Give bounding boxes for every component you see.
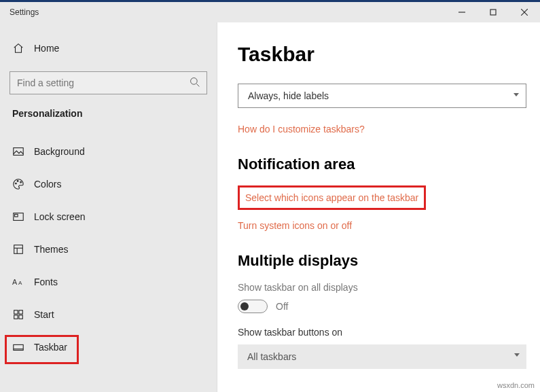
close-button[interactable]: [509, 2, 540, 22]
search-input[interactable]: [10, 71, 207, 94]
fonts-icon: AA: [12, 277, 29, 287]
svg-rect-6: [14, 148, 23, 156]
combine-dropdown[interactable]: Always, hide labels: [238, 84, 526, 108]
link-system-icons[interactable]: Turn system icons on or off: [238, 220, 352, 231]
dropdown-value: Always, hide labels: [248, 90, 329, 101]
buttons-dropdown[interactable]: All taskbars: [238, 344, 526, 369]
svg-rect-11: [15, 214, 18, 217]
notification-heading: Notification area: [238, 156, 526, 173]
sidebar-item-colors[interactable]: Colors: [0, 168, 217, 200]
svg-rect-20: [19, 315, 22, 319]
start-icon: [12, 308, 29, 321]
show-all-displays-toggle[interactable]: [238, 300, 268, 313]
toggle-state: Off: [276, 301, 288, 312]
home-button[interactable]: Home: [0, 32, 217, 65]
svg-point-8: [17, 181, 18, 182]
lockscreen-icon: [12, 211, 29, 223]
sidebar-item-lockscreen[interactable]: Lock screen: [0, 200, 217, 233]
multiple-displays-heading: Multiple displays: [238, 252, 526, 270]
content-pane: Taskbar Always, hide labels How do I cus…: [217, 22, 540, 392]
maximize-button[interactable]: [478, 2, 509, 22]
svg-rect-12: [14, 245, 23, 254]
taskbar-icon: [12, 341, 29, 353]
titlebar: Settings: [0, 2, 540, 22]
watermark: wsxdn.com: [497, 381, 535, 389]
svg-rect-19: [14, 315, 18, 319]
nav-label: Taskbar: [34, 342, 67, 353]
sidebar: Home Personalization Background Colors L…: [0, 22, 217, 392]
svg-line-5: [196, 84, 199, 86]
sidebar-item-taskbar[interactable]: Taskbar: [0, 331, 217, 363]
svg-rect-17: [14, 310, 18, 314]
nav-label: Background: [34, 146, 85, 157]
nav-label: Colors: [34, 179, 61, 190]
svg-rect-21: [14, 344, 23, 350]
search-icon: [190, 77, 200, 90]
palette-icon: [12, 178, 29, 190]
svg-point-7: [16, 183, 17, 184]
minimize-button[interactable]: [446, 2, 478, 22]
svg-point-9: [20, 181, 22, 183]
show-buttons-label: Show taskbar buttons on: [238, 327, 526, 338]
svg-rect-1: [490, 10, 496, 15]
nav-label: Fonts: [34, 277, 58, 287]
sidebar-item-themes[interactable]: Themes: [0, 233, 217, 266]
nav-label: Start: [34, 309, 54, 320]
sidebar-item-start[interactable]: Start: [0, 298, 217, 331]
svg-text:A: A: [18, 281, 22, 287]
image-icon: [12, 145, 29, 158]
svg-point-4: [191, 78, 198, 85]
page-title: Taskbar: [238, 43, 526, 66]
themes-icon: [12, 243, 29, 255]
link-select-icons[interactable]: Select which icons appear on the taskbar: [245, 192, 418, 203]
window-title: Settings: [10, 7, 39, 17]
show-all-displays-label: Show taskbar on all displays: [238, 282, 526, 293]
sidebar-item-fonts[interactable]: AA Fonts: [0, 266, 217, 298]
svg-text:A: A: [12, 279, 18, 287]
sidebar-item-background[interactable]: Background: [0, 135, 217, 168]
home-label: Home: [34, 43, 59, 54]
home-icon: [12, 42, 29, 54]
svg-rect-18: [19, 310, 22, 314]
nav-label: Themes: [34, 244, 69, 255]
section-label: Personalization: [0, 108, 217, 126]
link-customize-taskbars[interactable]: How do I customize taskbars?: [238, 124, 365, 135]
dropdown-value: All taskbars: [247, 351, 296, 362]
nav-label: Lock screen: [34, 211, 85, 222]
